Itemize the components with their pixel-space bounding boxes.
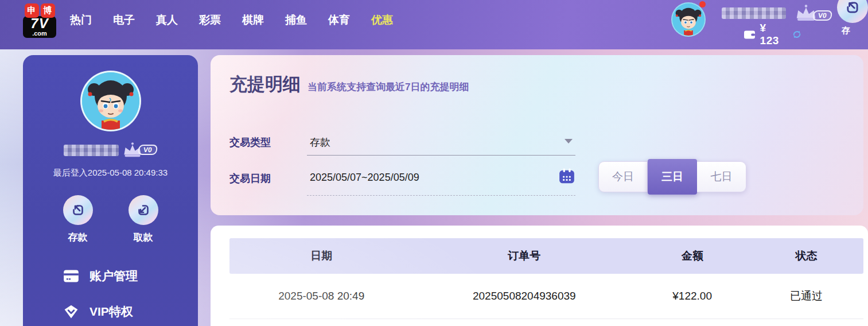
floating-deposit-widget[interactable]: 存 — [837, 0, 868, 36]
nav-item-promos[interactable]: 优惠 — [368, 13, 396, 28]
range-seven-days-button[interactable]: 七日 — [697, 161, 746, 192]
type-underline — [307, 155, 575, 156]
date-underline — [307, 195, 575, 196]
range-three-days-button[interactable]: 三日 — [648, 159, 697, 195]
nav-item-sports[interactable]: 体育 — [325, 13, 353, 28]
avatar-illustration — [82, 72, 139, 130]
nav-item-live[interactable]: 真人 — [153, 13, 181, 28]
cell-order-number: 20250508204936039 — [413, 290, 635, 302]
nav-item-hot[interactable]: 热门 — [67, 13, 95, 28]
notification-dot — [699, 1, 706, 7]
page-subtitle: 当前系统支持查询最近7日的充提明细 — [308, 80, 469, 94]
logo-suffix-text: .com — [23, 30, 56, 36]
top-navbar: 申 博 7V .com 热门 电子 真人 彩票 棋牌 捕鱼 体育 优惠 — [0, 0, 868, 49]
logo-main-text: 7V — [23, 17, 56, 30]
records-table: 日期 订单号 金额 状态 2025-05-08 20:49 2025050820… — [229, 238, 863, 319]
quick-range-group: 今日 三日 七日 — [598, 161, 746, 192]
floating-deposit-icon — [837, 0, 868, 23]
balance-row: ¥ 123 — [744, 22, 802, 47]
vip-level-indicator: V0 — [795, 5, 832, 22]
bank-card-icon — [63, 269, 79, 283]
sidebar-item-vip-privileges[interactable]: VIP特权 — [63, 302, 138, 321]
floating-deposit-label: 存 — [842, 25, 868, 36]
page-title: 充提明细 — [229, 72, 301, 96]
header-status: 状态 — [749, 249, 863, 263]
user-avatar-large[interactable] — [80, 71, 141, 131]
cell-status: 已通过 — [749, 289, 863, 304]
header-date: 日期 — [229, 249, 413, 263]
records-table-card: 日期 订单号 金额 状态 2025-05-08 20:49 2025050820… — [211, 226, 868, 326]
logo-badge-shen: 申 — [25, 3, 39, 18]
wallet-icon — [744, 29, 756, 40]
user-avatar-small[interactable] — [671, 2, 706, 37]
sidebar-username-row: V0 — [23, 142, 198, 158]
vip-badge: V0 — [138, 145, 158, 155]
nav-item-fishing[interactable]: 捕鱼 — [282, 13, 310, 28]
sidebar: V0 最后登入2025-05-08 20:49:33 存款 — [23, 55, 198, 326]
avatar-illustration — [672, 3, 704, 36]
logo-badge-bo: 博 — [41, 3, 55, 18]
last-login-text: 最后登入2025-05-08 20:49:33 — [23, 168, 198, 178]
site-logo[interactable]: 申 博 7V .com — [23, 3, 56, 38]
withdraw-label: 取款 — [134, 231, 153, 244]
sidebar-item-account-management[interactable]: 账户管理 — [63, 266, 138, 286]
refresh-balance-icon[interactable] — [792, 28, 802, 41]
withdraw-button[interactable]: 取款 — [120, 195, 166, 244]
header-amount: 金额 — [635, 249, 749, 263]
deposit-icon — [63, 195, 93, 225]
chevron-down-icon[interactable] — [565, 139, 573, 143]
table-header-row: 日期 订单号 金额 状态 — [229, 238, 863, 274]
masked-username — [64, 145, 119, 156]
page-background: V0 最后登入2025-05-08 20:49:33 存款 — [0, 49, 868, 326]
cell-amount: ¥122.00 — [635, 290, 749, 302]
transaction-type-label: 交易类型 — [229, 135, 271, 149]
menu-label-vip: VIP特权 — [89, 304, 133, 320]
calendar-icon[interactable] — [558, 168, 575, 187]
date-range-input[interactable]: 2025/05/07~2025/05/09 — [310, 172, 419, 184]
vip-badge: V0 — [812, 10, 832, 21]
withdraw-icon — [129, 195, 158, 225]
deposit-button[interactable]: 存款 — [55, 195, 101, 244]
deposit-label: 存款 — [68, 231, 88, 244]
nav-item-lottery[interactable]: 彩票 — [196, 13, 224, 28]
balance-amount: ¥ 123 — [760, 22, 784, 47]
masked-username — [722, 7, 786, 19]
table-row: 2025-05-08 20:49 20250508204936039 ¥122.… — [229, 274, 863, 319]
sidebar-quick-actions: 存款 取款 — [23, 195, 198, 244]
transaction-date-label: 交易日期 — [229, 172, 271, 185]
vip-diamond-icon — [63, 304, 79, 319]
vip-level-indicator: V0 — [122, 142, 157, 158]
nav-item-cards[interactable]: 棋牌 — [239, 13, 267, 28]
main-nav-menu: 热门 电子 真人 彩票 棋牌 捕鱼 体育 优惠 — [67, 0, 396, 40]
header-order-number: 订单号 — [413, 249, 635, 263]
range-today-button[interactable]: 今日 — [598, 161, 648, 192]
filter-card: 充提明细 当前系统支持查询最近7日的充提明细 交易类型 存款 交易日期 2025… — [211, 55, 863, 215]
main-content: 充提明细 当前系统支持查询最近7日的充提明细 交易类型 存款 交易日期 2025… — [211, 55, 868, 326]
menu-label-account: 账户管理 — [89, 268, 138, 284]
sidebar-menu: 账户管理 VIP特权 — [63, 266, 138, 326]
transaction-type-select[interactable]: 存款 — [310, 135, 330, 149]
cell-date: 2025-05-08 20:49 — [229, 290, 413, 302]
nav-item-slots[interactable]: 电子 — [110, 13, 138, 28]
title-row: 充提明细 当前系统支持查询最近7日的充提明细 — [229, 72, 469, 96]
